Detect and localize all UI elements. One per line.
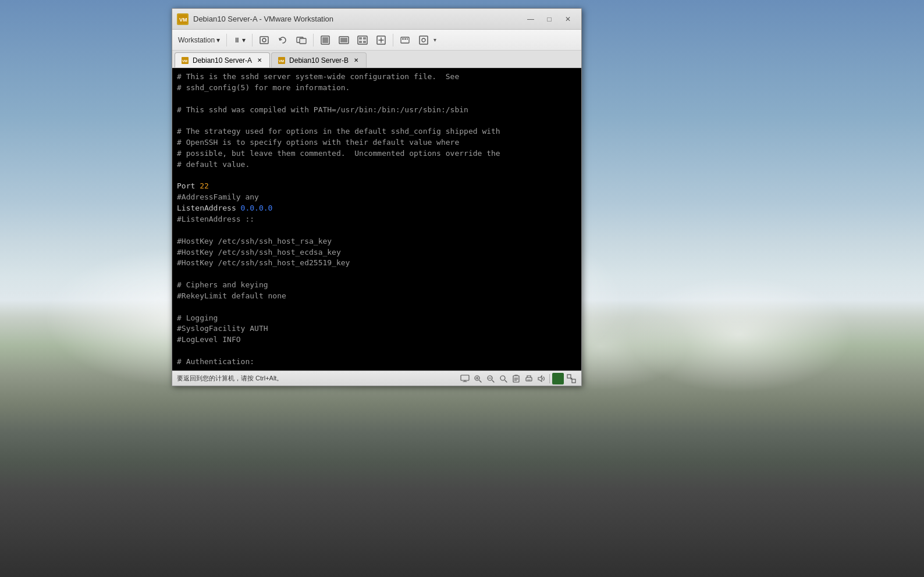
- tab-server-b-close[interactable]: ✕: [352, 56, 360, 65]
- svg-point-3: [262, 38, 266, 42]
- status-icons: [460, 373, 577, 384]
- svg-rect-32: [527, 379, 531, 381]
- snapshot-icon[interactable]: [255, 32, 273, 48]
- toolbar-sep-1: [226, 34, 227, 47]
- view-unity-icon[interactable]: [354, 32, 371, 48]
- svg-rect-20: [420, 36, 428, 44]
- tab-server-b-label: Debian10 Server-B: [289, 56, 349, 65]
- pause-dropdown-arrow: ▾: [242, 36, 246, 44]
- view-full-icon[interactable]: [335, 32, 353, 48]
- svg-rect-2: [260, 37, 268, 44]
- svg-point-29: [500, 376, 505, 380]
- status-print-icon[interactable]: [524, 373, 534, 384]
- status-sep: [549, 374, 550, 383]
- tab-server-a-close[interactable]: ✕: [255, 56, 264, 65]
- close-button[interactable]: ✕: [559, 12, 577, 26]
- revert-icon[interactable]: [274, 32, 292, 48]
- minimize-button[interactable]: —: [522, 12, 539, 26]
- tab-server-a[interactable]: VM Debian10 Server-A ✕: [175, 52, 270, 67]
- maximize-button[interactable]: □: [541, 12, 558, 26]
- svg-rect-11: [359, 37, 362, 40]
- view-normal-icon[interactable]: [317, 32, 334, 48]
- svg-rect-34: [572, 379, 575, 383]
- terminal-area[interactable]: # This is the sshd server system-wide co…: [172, 68, 581, 371]
- tab-bar: VM Debian10 Server-A ✕ VM Debian10 Serve…: [172, 51, 581, 68]
- status-monitor-icon[interactable]: [460, 373, 470, 384]
- status-zoom-fit-icon[interactable]: [472, 373, 483, 384]
- toolbar-sep-3: [313, 34, 314, 47]
- vmware-logo: VM: [177, 13, 189, 25]
- status-bar: 要返回到您的计算机，请按 Ctrl+Alt。: [172, 371, 581, 386]
- display-settings-icon[interactable]: [415, 32, 432, 48]
- svg-rect-13: [359, 41, 362, 43]
- workstation-dropdown-arrow: ▾: [216, 36, 220, 44]
- svg-rect-9: [340, 38, 347, 42]
- svg-text:VM: VM: [182, 59, 187, 63]
- tab-server-b[interactable]: VM Debian10 Server-B ✕: [271, 52, 367, 67]
- snapshot2-icon[interactable]: [293, 32, 310, 48]
- pause-icon: ⏸: [233, 36, 240, 44]
- vmware-logo-icon: VM: [177, 13, 189, 25]
- svg-rect-14: [363, 41, 366, 43]
- svg-rect-26: [461, 375, 469, 380]
- svg-rect-7: [322, 37, 328, 43]
- status-vm-icon[interactable]: [552, 373, 564, 384]
- tab-server-a-icon: VM: [181, 56, 189, 65]
- workstation-label: Workstation: [178, 36, 215, 44]
- toolbar-sep-2: [252, 34, 253, 47]
- status-clipboard-icon[interactable]: [511, 373, 521, 384]
- send-ctrlaltdel-icon[interactable]: [396, 32, 414, 48]
- toolbar-sep-4: [393, 34, 393, 47]
- display-dropdown-arrow[interactable]: ▾: [433, 37, 436, 43]
- pause-button[interactable]: ⏸ ▾: [230, 32, 249, 48]
- status-hint-text: 要返回到您的计算机，请按 Ctrl+Alt。: [177, 374, 460, 383]
- svg-text:VM: VM: [279, 59, 284, 63]
- tab-server-a-label: Debian10 Server-A: [193, 56, 252, 65]
- view-custom-icon[interactable]: [372, 32, 390, 48]
- tab-server-b-icon: VM: [278, 56, 286, 65]
- status-stretch-icon[interactable]: [566, 373, 577, 384]
- svg-point-21: [422, 38, 425, 42]
- svg-text:VM: VM: [179, 17, 187, 23]
- svg-rect-18: [404, 38, 406, 40]
- svg-rect-17: [402, 38, 404, 40]
- window-controls: — □ ✕: [522, 12, 577, 26]
- status-zoom-out-icon[interactable]: [485, 373, 496, 384]
- svg-rect-19: [407, 38, 408, 40]
- toolbar: Workstation ▾ ⏸ ▾: [172, 30, 581, 51]
- svg-rect-5: [300, 38, 306, 44]
- status-audio-icon[interactable]: [536, 373, 547, 384]
- svg-rect-12: [363, 37, 366, 40]
- workstation-menu[interactable]: Workstation ▾: [175, 32, 223, 48]
- svg-rect-33: [567, 375, 571, 378]
- window-title: Debian10 Server-A - VMware Workstation: [193, 15, 522, 23]
- terminal-content: # This is the sshd server system-wide co…: [177, 72, 577, 371]
- title-bar: VM Debian10 Server-A - VMware Workstatio…: [172, 9, 581, 30]
- status-zoom-custom-icon[interactable]: [498, 373, 509, 384]
- svg-rect-16: [401, 37, 409, 43]
- vmware-window: VM Debian10 Server-A - VMware Workstatio…: [172, 8, 582, 386]
